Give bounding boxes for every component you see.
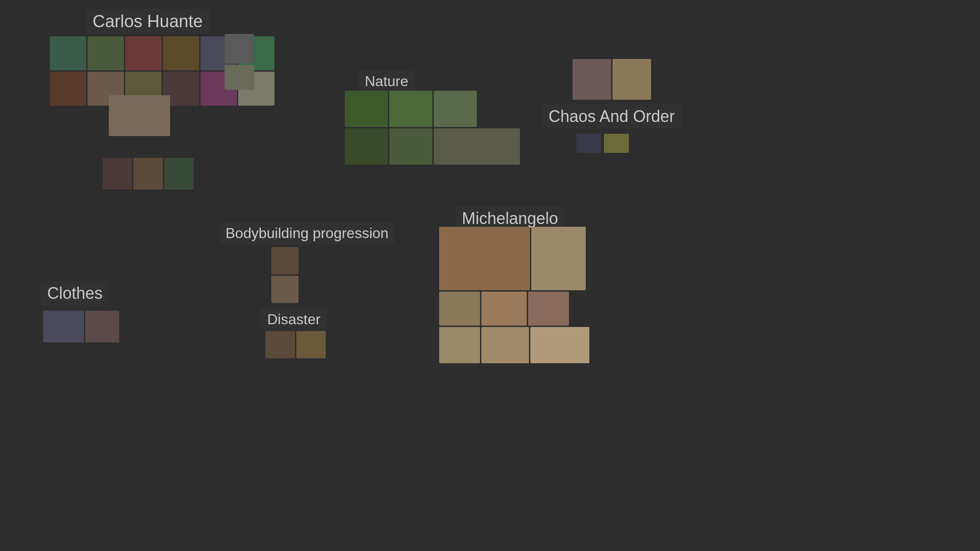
dino-cluster [109, 95, 170, 136]
thumb-item[interactable] [530, 327, 589, 363]
thumb-item[interactable] [481, 327, 529, 363]
thumb-item[interactable] [271, 247, 299, 274]
disaster-label: Disaster [261, 308, 327, 331]
thumb-item[interactable] [271, 276, 299, 303]
bodybuilding-cluster [271, 247, 299, 303]
thumb-item[interactable] [576, 134, 601, 153]
thumb-item[interactable] [439, 327, 480, 363]
thumb-item[interactable] [296, 331, 326, 358]
disaster-cluster [265, 331, 326, 358]
thumb-item[interactable] [103, 158, 132, 190]
nature-label: Nature [358, 70, 415, 93]
thumb-item[interactable] [389, 91, 432, 127]
thumb-item[interactable] [133, 158, 163, 190]
carlos-huante-label: Carlos Huante [86, 9, 209, 34]
thumb-item[interactable] [481, 292, 527, 326]
thumb-item[interactable] [225, 34, 254, 63]
thumb-item[interactable] [88, 36, 124, 70]
chaos-small-cluster [576, 134, 629, 153]
thumb-item[interactable] [389, 128, 432, 165]
thumb-item[interactable] [439, 227, 530, 290]
thumb-item[interactable] [573, 59, 611, 100]
thumb-item[interactable] [528, 292, 569, 326]
clothes-cluster [43, 311, 119, 342]
thumb-item[interactable] [604, 134, 629, 153]
thumb-item[interactable] [439, 292, 480, 326]
thumb-item[interactable] [345, 91, 388, 127]
thumb-item[interactable] [531, 227, 586, 290]
thumb-item[interactable] [434, 128, 520, 165]
thumb-item[interactable] [85, 311, 119, 342]
michelangelo-cluster [439, 227, 589, 363]
thumb-item[interactable] [43, 311, 84, 342]
thumb-item[interactable] [125, 36, 162, 70]
chaos-top-thumbs [573, 59, 651, 100]
chaos-and-order-label: Chaos And Order [542, 104, 681, 129]
clothes-label: Clothes [41, 281, 109, 306]
thumb-item[interactable] [345, 128, 388, 165]
thumb-item[interactable] [225, 65, 254, 90]
thumb-item[interactable] [50, 72, 86, 106]
thumb-item[interactable] [163, 36, 199, 70]
thumb-item[interactable] [164, 158, 194, 190]
bodybuilding-label: Bodybuilding progression [219, 222, 395, 244]
thumb-item[interactable] [50, 36, 86, 70]
thumb-item[interactable] [265, 331, 295, 358]
thumb-item[interactable] [109, 95, 170, 136]
carlos-extra-cluster [225, 34, 254, 90]
nature-cluster [345, 91, 520, 165]
thumb-item[interactable] [434, 91, 477, 127]
thumb-item[interactable] [612, 59, 651, 100]
trio-cluster [103, 158, 194, 190]
